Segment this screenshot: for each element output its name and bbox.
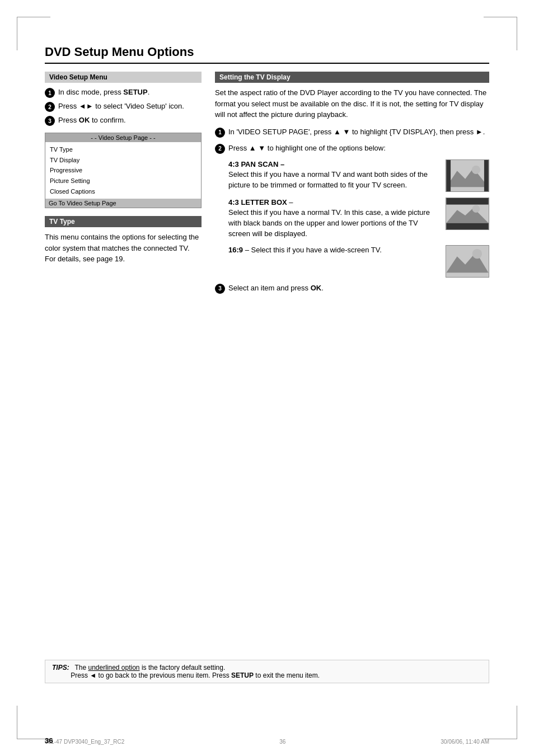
main-content: Video Setup Menu 1 In disc mode, press S… — [45, 72, 489, 297]
svg-point-12 — [472, 249, 482, 259]
step-2-num: 2 — [45, 102, 55, 112]
option-pan-scan-title: 4:3 PAN SCAN – — [228, 160, 284, 168]
tv-display-step-2: 2 Press ▲ ▼ to highlight one of the opti… — [215, 143, 489, 154]
option-16-9-title: 16:9 — [228, 246, 243, 254]
tv-display-step-2-text: Press ▲ ▼ to highlight one of the option… — [228, 143, 489, 153]
tv-type-section: TV Type This menu contains the options f… — [45, 216, 202, 265]
video-setup-box-header: - - Video Setup Page - - — [45, 133, 201, 142]
widescreen-image — [446, 245, 489, 278]
tips-setup-bold: SETUP — [231, 672, 254, 679]
video-setup-box-footer: Go To Video Setup Page — [45, 199, 201, 208]
video-setup-menu-header: Video Setup Menu — [45, 72, 202, 83]
step-1-num: 1 — [45, 88, 55, 98]
letter-box-image — [446, 198, 489, 230]
menu-item-tv-display: TV Display — [50, 155, 196, 166]
tv-display-step-2-num: 2 — [215, 144, 225, 154]
svg-point-9 — [472, 205, 480, 213]
menu-item-closed-captions: Closed Captions — [50, 186, 196, 197]
option-16-9-text: 16:9 – Select this if you have a wide-sc… — [228, 245, 440, 256]
svg-rect-6 — [446, 198, 488, 205]
svg-rect-7 — [446, 223, 488, 229]
menu-item-tv-type: TV Type — [50, 144, 196, 155]
step-2: 2 Press ◄► to select 'Video Setup' icon. — [45, 101, 202, 112]
tv-display-step-1-num: 1 — [215, 128, 225, 138]
tv-type-text: This menu contains the options for selec… — [45, 232, 202, 265]
tv-display-step-1: 1 In 'VIDEO SETUP PAGE', press ▲ ▼ to hi… — [215, 127, 489, 138]
right-column: Setting the TV Display Set the aspect ra… — [215, 72, 489, 297]
svg-rect-3 — [446, 160, 451, 191]
footer-right: 30/06/06, 11:40 AM — [441, 739, 489, 745]
footer-center: 36 — [279, 739, 285, 745]
tips-box: TIPS: The underlined option is the facto… — [45, 660, 489, 683]
tv-display-intro: Set the aspect ratio of the DVD Player a… — [215, 87, 489, 120]
svg-point-2 — [472, 165, 480, 173]
step-3-num: 3 — [45, 116, 55, 126]
option-letter-box-title: 4:3 LETTER BOX — [228, 198, 287, 206]
option-16-9: 16:9 – Select this if you have a wide-sc… — [228, 245, 489, 278]
video-setup-box-body: TV Type TV Display Progressive Picture S… — [45, 142, 201, 199]
svg-rect-4 — [484, 160, 489, 191]
tv-display-step-1-text: In 'VIDEO SETUP PAGE', press ▲ ▼ to high… — [228, 127, 489, 137]
tips-underline: underlined option — [88, 664, 139, 672]
step-3-text: Press OK to confirm. — [58, 115, 202, 125]
page-number: 36 — [45, 736, 53, 745]
option-letter-box-text: 4:3 LETTER BOX – Select this if you have… — [228, 198, 440, 240]
footer-left: 001-47 DVP3040_Eng_37_RC2 — [45, 739, 124, 745]
tv-display-step-3-text: Select an item and press OK. — [228, 283, 489, 293]
step-2-text: Press ◄► to select 'Video Setup' icon. — [58, 101, 202, 111]
option-letter-box: 4:3 LETTER BOX – Select this if you have… — [228, 198, 489, 240]
step-3: 3 Press OK to confirm. — [45, 115, 202, 126]
pan-scan-image — [446, 159, 489, 192]
setting-tv-display-header: Setting the TV Display — [215, 72, 489, 83]
option-pan-scan: 4:3 PAN SCAN – Select this if you have a… — [228, 159, 489, 192]
video-setup-menu-section: Video Setup Menu 1 In disc mode, press S… — [45, 72, 202, 208]
tv-display-step-3: 3 Select an item and press OK. — [215, 283, 489, 294]
video-setup-box: - - Video Setup Page - - TV Type TV Disp… — [45, 133, 202, 208]
left-column: Video Setup Menu 1 In disc mode, press S… — [45, 72, 202, 297]
page-title: DVD Setup Menu Options — [45, 45, 489, 64]
step-3-ok: OK — [311, 284, 322, 292]
menu-item-progressive: Progressive — [50, 165, 196, 176]
menu-item-picture-setting: Picture Setting — [50, 176, 196, 186]
step-1-bold: SETUP — [123, 88, 147, 96]
step-1-text: In disc mode, press SETUP. — [58, 87, 202, 97]
step-3-bold: OK — [79, 116, 90, 124]
tv-display-step-3-num: 3 — [215, 284, 225, 294]
tv-type-header: TV Type — [45, 216, 202, 227]
option-pan-scan-text: 4:3 PAN SCAN – Select this if you have a… — [228, 159, 440, 191]
step-1: 1 In disc mode, press SETUP. — [45, 87, 202, 98]
footer: 001-47 DVP3040_Eng_37_RC2 36 30/06/06, 1… — [45, 739, 489, 745]
tips-label: TIPS: — [52, 664, 69, 672]
